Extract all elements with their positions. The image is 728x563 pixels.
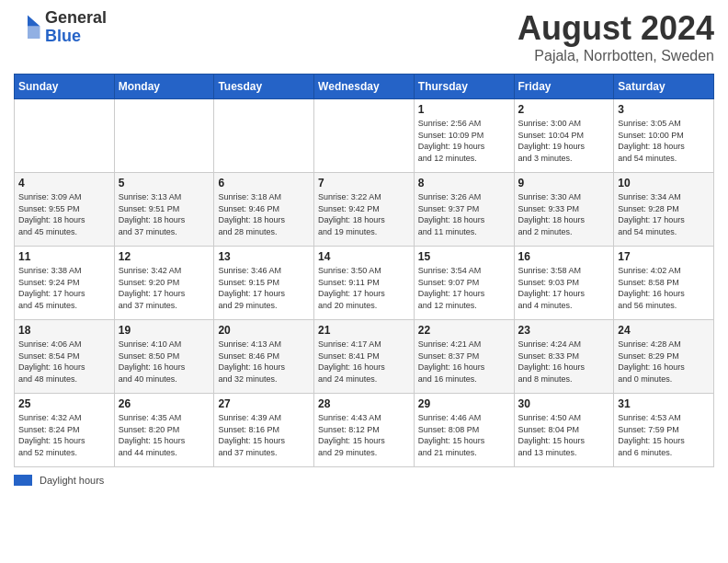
month-title: August 2024	[518, 9, 714, 48]
calendar-cell: 6Sunrise: 3:18 AM Sunset: 9:46 PM Daylig…	[214, 173, 314, 247]
calendar-cell: 16Sunrise: 3:58 AM Sunset: 9:03 PM Dayli…	[514, 247, 614, 320]
day-info: Sunrise: 2:56 AM Sunset: 10:09 PM Daylig…	[418, 118, 510, 164]
calendar-cell: 18Sunrise: 4:06 AM Sunset: 8:54 PM Dayli…	[15, 320, 115, 394]
calendar-cell: 28Sunrise: 4:43 AM Sunset: 8:12 PM Dayli…	[314, 394, 415, 467]
day-info: Sunrise: 3:54 AM Sunset: 9:07 PM Dayligh…	[418, 265, 510, 311]
day-number: 20	[218, 324, 310, 337]
day-info: Sunrise: 3:42 AM Sunset: 9:20 PM Dayligh…	[119, 265, 210, 311]
day-number: 13	[218, 250, 310, 263]
page-header: General Blue August 2024 Pajala, Norrbot…	[14, 9, 714, 64]
calendar-cell: 17Sunrise: 4:02 AM Sunset: 8:58 PM Dayli…	[614, 247, 714, 320]
logo-general-text: General	[45, 9, 107, 28]
calendar-cell: 30Sunrise: 4:50 AM Sunset: 8:04 PM Dayli…	[514, 394, 614, 467]
day-number: 17	[618, 250, 710, 263]
day-number: 23	[518, 324, 610, 337]
day-number: 4	[18, 177, 110, 190]
day-number: 11	[18, 250, 110, 263]
logo-text: General Blue	[45, 9, 107, 46]
day-info: Sunrise: 3:46 AM Sunset: 9:15 PM Dayligh…	[218, 265, 310, 311]
calendar-cell: 8Sunrise: 3:26 AM Sunset: 9:37 PM Daylig…	[414, 173, 514, 247]
day-number: 10	[618, 177, 710, 190]
calendar-cell: 19Sunrise: 4:10 AM Sunset: 8:50 PM Dayli…	[114, 320, 214, 394]
calendar-cell: 26Sunrise: 4:35 AM Sunset: 8:20 PM Dayli…	[114, 394, 214, 467]
day-number: 25	[18, 397, 110, 410]
calendar-cell: 9Sunrise: 3:30 AM Sunset: 9:33 PM Daylig…	[514, 173, 614, 247]
day-number: 5	[119, 177, 210, 190]
day-info: Sunrise: 4:02 AM Sunset: 8:58 PM Dayligh…	[618, 265, 710, 311]
svg-marker-1	[28, 26, 40, 39]
day-info: Sunrise: 4:24 AM Sunset: 8:33 PM Dayligh…	[518, 339, 610, 385]
day-number: 12	[119, 250, 210, 263]
day-info: Sunrise: 4:43 AM Sunset: 8:12 PM Dayligh…	[318, 412, 410, 458]
day-info: Sunrise: 4:06 AM Sunset: 8:54 PM Dayligh…	[18, 339, 110, 385]
calendar-cell: 24Sunrise: 4:28 AM Sunset: 8:29 PM Dayli…	[614, 320, 714, 394]
calendar-cell: 23Sunrise: 4:24 AM Sunset: 8:33 PM Dayli…	[514, 320, 614, 394]
day-number: 18	[18, 324, 110, 337]
day-info: Sunrise: 3:30 AM Sunset: 9:33 PM Dayligh…	[518, 191, 610, 237]
calendar-cell	[114, 99, 214, 173]
calendar-cell: 7Sunrise: 3:22 AM Sunset: 9:42 PM Daylig…	[314, 173, 415, 247]
day-info: Sunrise: 4:10 AM Sunset: 8:50 PM Dayligh…	[119, 339, 210, 385]
day-header-monday: Monday	[114, 75, 214, 99]
svg-marker-0	[28, 15, 40, 26]
day-header-row: SundayMondayTuesdayWednesdayThursdayFrid…	[15, 75, 714, 99]
day-info: Sunrise: 4:17 AM Sunset: 8:41 PM Dayligh…	[318, 339, 410, 385]
week-row-5: 25Sunrise: 4:32 AM Sunset: 8:24 PM Dayli…	[15, 394, 714, 467]
day-number: 26	[119, 397, 210, 410]
day-info: Sunrise: 3:09 AM Sunset: 9:55 PM Dayligh…	[18, 191, 110, 237]
day-info: Sunrise: 4:13 AM Sunset: 8:46 PM Dayligh…	[218, 339, 310, 385]
calendar-cell: 20Sunrise: 4:13 AM Sunset: 8:46 PM Dayli…	[214, 320, 314, 394]
calendar-cell: 29Sunrise: 4:46 AM Sunset: 8:08 PM Dayli…	[414, 394, 514, 467]
calendar-cell	[214, 99, 314, 173]
week-row-3: 11Sunrise: 3:38 AM Sunset: 9:24 PM Dayli…	[15, 247, 714, 320]
week-row-4: 18Sunrise: 4:06 AM Sunset: 8:54 PM Dayli…	[15, 320, 714, 394]
day-info: Sunrise: 4:39 AM Sunset: 8:16 PM Dayligh…	[218, 412, 310, 458]
day-info: Sunrise: 4:35 AM Sunset: 8:20 PM Dayligh…	[119, 412, 210, 458]
calendar-cell: 15Sunrise: 3:54 AM Sunset: 9:07 PM Dayli…	[414, 247, 514, 320]
day-info: Sunrise: 4:53 AM Sunset: 7:59 PM Dayligh…	[618, 412, 710, 458]
calendar-table: SundayMondayTuesdayWednesdayThursdayFrid…	[14, 74, 714, 467]
calendar-cell: 10Sunrise: 3:34 AM Sunset: 9:28 PM Dayli…	[614, 173, 714, 247]
day-info: Sunrise: 3:58 AM Sunset: 9:03 PM Dayligh…	[518, 265, 610, 311]
day-header-wednesday: Wednesday	[314, 75, 415, 99]
day-number: 3	[618, 103, 710, 116]
legend-area: Daylight hours	[14, 475, 714, 486]
calendar-cell	[314, 99, 415, 173]
calendar-cell: 13Sunrise: 3:46 AM Sunset: 9:15 PM Dayli…	[214, 247, 314, 320]
day-number: 6	[218, 177, 310, 190]
calendar-cell: 25Sunrise: 4:32 AM Sunset: 8:24 PM Dayli…	[15, 394, 115, 467]
logo: General Blue	[14, 9, 107, 46]
day-info: Sunrise: 3:26 AM Sunset: 9:37 PM Dayligh…	[418, 191, 510, 237]
calendar-body: 1Sunrise: 2:56 AM Sunset: 10:09 PM Dayli…	[15, 99, 714, 467]
location-title: Pajala, Norrbotten, Sweden	[518, 48, 714, 64]
title-area: August 2024 Pajala, Norrbotten, Sweden	[518, 9, 714, 64]
calendar-cell: 4Sunrise: 3:09 AM Sunset: 9:55 PM Daylig…	[15, 173, 115, 247]
day-info: Sunrise: 4:50 AM Sunset: 8:04 PM Dayligh…	[518, 412, 610, 458]
calendar-cell: 22Sunrise: 4:21 AM Sunset: 8:37 PM Dayli…	[414, 320, 514, 394]
day-number: 2	[518, 103, 610, 116]
day-number: 28	[318, 397, 410, 410]
day-number: 7	[318, 177, 410, 190]
calendar-cell	[15, 99, 115, 173]
day-info: Sunrise: 3:05 AM Sunset: 10:00 PM Daylig…	[618, 118, 710, 164]
day-number: 21	[318, 324, 410, 337]
calendar-header: SundayMondayTuesdayWednesdayThursdayFrid…	[15, 75, 714, 99]
day-number: 27	[218, 397, 310, 410]
day-header-friday: Friday	[514, 75, 614, 99]
day-header-thursday: Thursday	[414, 75, 514, 99]
day-info: Sunrise: 3:22 AM Sunset: 9:42 PM Dayligh…	[318, 191, 410, 237]
day-info: Sunrise: 3:50 AM Sunset: 9:11 PM Dayligh…	[318, 265, 410, 311]
calendar-cell: 1Sunrise: 2:56 AM Sunset: 10:09 PM Dayli…	[414, 99, 514, 173]
day-info: Sunrise: 4:46 AM Sunset: 8:08 PM Dayligh…	[418, 412, 510, 458]
day-info: Sunrise: 4:21 AM Sunset: 8:37 PM Dayligh…	[418, 339, 510, 385]
day-info: Sunrise: 3:18 AM Sunset: 9:46 PM Dayligh…	[218, 191, 310, 237]
day-number: 14	[318, 250, 410, 263]
logo-icon	[14, 14, 41, 41]
calendar-cell: 12Sunrise: 3:42 AM Sunset: 9:20 PM Dayli…	[114, 247, 214, 320]
day-number: 1	[418, 103, 510, 116]
calendar-cell: 31Sunrise: 4:53 AM Sunset: 7:59 PM Dayli…	[614, 394, 714, 467]
day-info: Sunrise: 3:34 AM Sunset: 9:28 PM Dayligh…	[618, 191, 710, 237]
day-number: 24	[618, 324, 710, 337]
day-number: 16	[518, 250, 610, 263]
calendar-cell: 11Sunrise: 3:38 AM Sunset: 9:24 PM Dayli…	[15, 247, 115, 320]
